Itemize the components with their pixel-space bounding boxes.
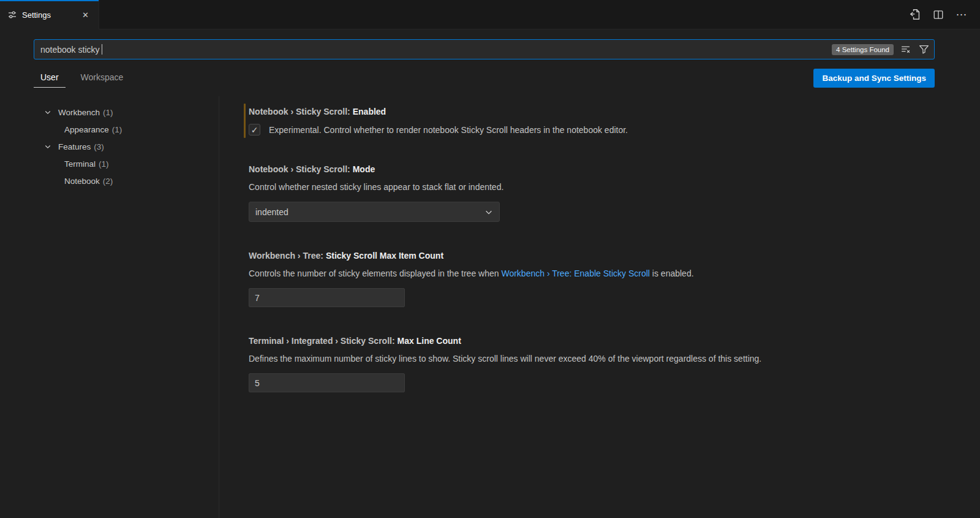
- scope-tabs: User Workspace: [32, 68, 131, 88]
- description-text: Controls the number of sticky elements d…: [249, 269, 501, 278]
- description-text: is enabled.: [650, 269, 694, 278]
- setting-description: Controls the number of sticky elements d…: [249, 268, 980, 279]
- toc-label: Notebook: [64, 177, 100, 186]
- clear-search-results-icon[interactable]: [899, 43, 912, 56]
- toc-count: (3): [94, 142, 104, 151]
- setting-title: Notebook › Sticky Scroll:Mode: [249, 164, 980, 175]
- checkbox-checked[interactable]: ✓: [249, 124, 260, 135]
- setting-description: Experimental. Control whether to render …: [269, 124, 628, 135]
- settings-body: Workbench (1) Appearance (1) Features (3…: [0, 96, 980, 518]
- max-line-count-input[interactable]: [249, 373, 405, 392]
- setting-label: Sticky Scroll Max Item Count: [326, 251, 443, 261]
- chevron-down-icon[interactable]: [43, 142, 53, 151]
- setting-category: Terminal › Integrated › Sticky Scroll:: [249, 336, 395, 346]
- settings-search-input[interactable]: notebook sticky 4 Settings Found: [34, 39, 935, 59]
- tab-user[interactable]: User: [32, 68, 67, 88]
- settings-sliders-icon: [7, 10, 17, 20]
- max-item-count-input[interactable]: [249, 288, 405, 307]
- split-editor-icon[interactable]: [930, 6, 947, 23]
- toc-label: Terminal: [64, 159, 96, 169]
- toc-label: Appearance: [64, 125, 109, 134]
- settings-editor-window: Settings ✕: [0, 0, 980, 518]
- setting-title: Notebook › Sticky Scroll:Enabled: [249, 106, 980, 117]
- toc-item-features[interactable]: Features (3): [0, 138, 219, 155]
- toc-count: (2): [103, 177, 113, 186]
- toc-item-appearance[interactable]: Appearance (1): [0, 121, 219, 138]
- setting-label: Mode: [353, 164, 375, 174]
- select-value: indented: [255, 207, 288, 217]
- setting-label: Enabled: [353, 107, 386, 116]
- search-query-text: notebook sticky: [40, 45, 100, 55]
- editor-actions: ⋯: [907, 0, 980, 29]
- settings-header: notebook sticky 4 Settings Found: [0, 29, 980, 88]
- setting-title: Workbench › Tree:Sticky Scroll Max Item …: [249, 250, 980, 261]
- setting-notebook-sticky-scroll-mode: Notebook › Sticky Scroll:Mode Control wh…: [249, 164, 980, 222]
- setting-description: Control whether nested sticky lines appe…: [249, 181, 980, 192]
- filter-icon[interactable]: [917, 43, 930, 56]
- toc-item-notebook[interactable]: Notebook (2): [0, 172, 219, 189]
- tab-settings[interactable]: Settings ✕: [0, 0, 99, 29]
- open-settings-json-icon[interactable]: [907, 6, 924, 23]
- setting-category: Notebook › Sticky Scroll:: [249, 164, 350, 174]
- more-actions-icon[interactable]: ⋯: [953, 6, 970, 23]
- tab-title: Settings: [22, 10, 75, 20]
- editor-tab-strip: Settings ✕: [0, 0, 980, 29]
- text-caret: [102, 44, 103, 55]
- setting-title: Terminal › Integrated › Sticky Scroll:Ma…: [249, 335, 980, 346]
- toc-item-terminal[interactable]: Terminal (1): [0, 155, 219, 172]
- search-controls: 4 Settings Found: [832, 43, 930, 56]
- setting-label: Max Line Count: [398, 336, 461, 346]
- setting-link[interactable]: Workbench › Tree: Enable Sticky Scroll: [501, 269, 650, 278]
- setting-tree-sticky-scroll-max-item-count: Workbench › Tree:Sticky Scroll Max Item …: [249, 250, 980, 307]
- settings-list: Notebook › Sticky Scroll:Enabled ✓ Exper…: [219, 96, 980, 518]
- scope-row: User Workspace Backup and Sync Settings: [34, 68, 935, 88]
- toc-label: Workbench: [58, 108, 100, 117]
- toc-count: (1): [112, 125, 123, 134]
- setting-notebook-sticky-scroll-enabled: Notebook › Sticky Scroll:Enabled ✓ Exper…: [249, 106, 980, 135]
- setting-terminal-sticky-scroll-max-line-count: Terminal › Integrated › Sticky Scroll:Ma…: [249, 335, 980, 392]
- toc-item-workbench[interactable]: Workbench (1): [0, 104, 219, 121]
- toc-count: (1): [103, 108, 113, 117]
- settings-toc: Workbench (1) Appearance (1) Features (3…: [0, 96, 219, 518]
- close-tab-icon[interactable]: ✕: [80, 9, 91, 21]
- setting-description: Defines the maximum number of sticky lin…: [249, 353, 980, 364]
- chevron-down-icon: [484, 208, 493, 216]
- setting-category: Notebook › Sticky Scroll:: [249, 107, 350, 116]
- toc-label: Features: [58, 142, 91, 151]
- backup-sync-settings-button[interactable]: Backup and Sync Settings: [813, 69, 935, 88]
- toc-count: (1): [99, 159, 109, 169]
- tab-workspace[interactable]: Workspace: [73, 68, 132, 88]
- checkbox-line: ✓ Experimental. Control whether to rende…: [249, 124, 980, 135]
- mode-select-dropdown[interactable]: indented: [249, 202, 500, 222]
- results-count-badge: 4 Settings Found: [832, 44, 894, 55]
- setting-category: Workbench › Tree:: [249, 251, 323, 261]
- chevron-down-icon[interactable]: [43, 107, 53, 117]
